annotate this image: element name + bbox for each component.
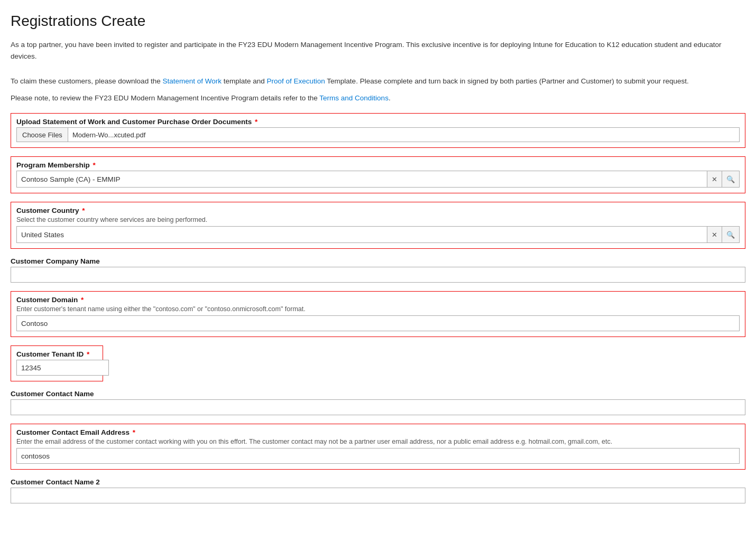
customer-contact-email-required: * <box>131 428 135 436</box>
proof-of-execution-link[interactable]: Proof of Execution <box>267 77 325 85</box>
upload-field-group: Upload Statement of Work and Customer Pu… <box>11 113 745 148</box>
customer-contact-name2-input[interactable] <box>11 488 745 503</box>
customer-tenant-id-field-group: Customer Tenant ID * <box>11 345 103 381</box>
customer-company-name-field-group: Customer Company Name <box>11 257 745 283</box>
customer-company-name-label: Customer Company Name <box>11 257 745 265</box>
upload-required-marker: * <box>253 118 257 126</box>
customer-domain-input[interactable] <box>16 315 740 331</box>
customer-domain-field-group: Customer Domain * Enter customer's tenan… <box>11 291 745 337</box>
customer-contact-name-label: Customer Contact Name <box>11 390 745 398</box>
intro-paragraph-3: Please note, to review the FY23 EDU Mode… <box>11 92 745 104</box>
customer-tenant-id-label: Customer Tenant ID * <box>16 350 97 358</box>
program-membership-input[interactable] <box>17 171 707 187</box>
statement-of-work-link[interactable]: Statement of Work <box>162 77 222 85</box>
customer-company-name-input[interactable] <box>11 267 745 283</box>
customer-contact-email-input[interactable] <box>16 448 740 464</box>
customer-country-clear-button[interactable]: ✕ <box>707 227 722 242</box>
file-name-display: Modern-Wo...xcuted.pdf <box>68 127 740 142</box>
customer-country-search-button[interactable]: 🔍 <box>722 227 739 242</box>
customer-contact-email-desc: Enter the email address of the customer … <box>16 438 740 445</box>
program-membership-field-group: Program Membership * ✕ 🔍 <box>11 156 745 193</box>
terms-conditions-link[interactable]: Terms and Conditions <box>319 94 389 102</box>
customer-country-required: * <box>80 207 85 214</box>
customer-country-input[interactable] <box>17 227 707 242</box>
upload-row: Choose Files Modern-Wo...xcuted.pdf <box>16 127 740 142</box>
upload-label: Upload Statement of Work and Customer Pu… <box>16 118 740 126</box>
customer-tenant-id-input[interactable] <box>16 360 109 376</box>
customer-country-field-group: Customer Country * Select the customer c… <box>11 202 745 249</box>
intro-paragraph-2: To claim these customers, please downloa… <box>11 76 745 87</box>
customer-contact-name-field-group: Customer Contact Name <box>11 390 745 415</box>
customer-contact-email-field-group: Customer Contact Email Address * Enter t… <box>11 424 745 470</box>
customer-domain-required: * <box>79 296 84 304</box>
customer-contact-name2-field-group: Customer Contact Name 2 <box>11 478 745 503</box>
program-membership-input-wrapper: ✕ 🔍 <box>16 171 740 188</box>
customer-contact-name2-label: Customer Contact Name 2 <box>11 478 745 486</box>
intro-paragraph-1: As a top partner, you have been invited … <box>11 39 745 62</box>
program-membership-label: Program Membership * <box>16 161 740 169</box>
customer-country-input-wrapper: ✕ 🔍 <box>16 226 740 243</box>
customer-contact-name-input[interactable] <box>11 399 745 415</box>
customer-country-label: Customer Country * <box>16 207 740 214</box>
customer-domain-label: Customer Domain * <box>16 296 740 304</box>
customer-domain-desc: Enter customer's tenant name using eithe… <box>16 305 740 313</box>
customer-tenant-id-required: * <box>85 350 89 358</box>
page-title: Registrations Create <box>11 13 745 30</box>
choose-files-button[interactable]: Choose Files <box>16 127 68 142</box>
customer-tenant-id-outer: Customer Tenant ID * <box>11 345 103 381</box>
program-membership-clear-button[interactable]: ✕ <box>707 171 722 187</box>
program-membership-search-button[interactable]: 🔍 <box>722 171 739 187</box>
customer-country-desc: Select the customer country where servic… <box>16 216 740 223</box>
customer-contact-email-label: Customer Contact Email Address * <box>16 428 740 436</box>
program-membership-required: * <box>91 161 96 169</box>
